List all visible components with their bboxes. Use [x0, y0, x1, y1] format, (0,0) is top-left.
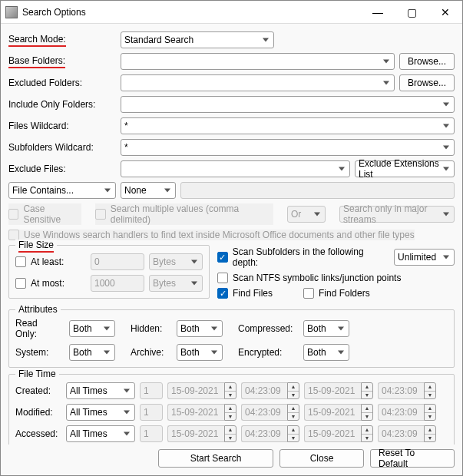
scan-subfolders-check[interactable]: Scan Subfolders in the following depth: — [217, 246, 389, 268]
modified-date2[interactable]: 15-09-2021 — [304, 404, 361, 421]
maximize-button[interactable]: ▢ — [395, 2, 428, 23]
base-folders-combo[interactable] — [121, 53, 395, 70]
spin-icon[interactable]: ▲▼ — [361, 425, 373, 442]
created-time2[interactable]: 04:23:09 — [378, 382, 424, 399]
at-most-unit[interactable]: Bytes — [149, 275, 203, 292]
spin-icon[interactable]: ▲▼ — [287, 425, 299, 442]
compressed-label: Compressed: — [238, 323, 296, 334]
at-least-input[interactable]: 0 — [91, 253, 144, 270]
browse-base-button[interactable]: Browse... — [399, 53, 455, 70]
exclude-files-combo[interactable] — [121, 160, 350, 177]
excluded-folders-label: Excluded Folders: — [8, 78, 116, 88]
find-files-check[interactable]: Find Files — [217, 288, 273, 299]
spin-icon[interactable]: ▲▼ — [361, 404, 373, 421]
minimize-button[interactable]: — — [361, 2, 395, 23]
win-search-check[interactable]: Use Windows search handlers to find text… — [8, 230, 415, 240]
readonly-label: Read Only: — [15, 318, 61, 339]
scan-ntfs-check[interactable]: Scan NTFS symbolic links/junction points — [217, 273, 401, 283]
encrypted-label: Encrypted: — [238, 347, 296, 358]
spin-icon[interactable]: ▲▼ — [287, 404, 299, 421]
base-folders-label: Base Folders: — [8, 55, 65, 68]
reset-button[interactable]: Reset To Default — [370, 449, 455, 468]
accessed-time2[interactable]: 04:23:09 — [378, 425, 424, 442]
archive-label: Archive: — [131, 347, 169, 358]
multi-values-check[interactable]: Search multiple values (comma delimited) — [95, 203, 273, 225]
archive-select[interactable]: Both — [177, 344, 223, 361]
subfolders-wildcard-combo[interactable]: * — [121, 139, 455, 156]
case-sensitive-check[interactable]: Case Sensitive — [8, 203, 81, 225]
search-mode-label: Search Mode: — [8, 34, 66, 47]
files-wildcard-label: Files Wildcard: — [8, 121, 116, 131]
created-label: Created: — [15, 385, 61, 396]
created-num[interactable]: 1 — [140, 382, 163, 399]
spin-icon[interactable]: ▲▼ — [224, 425, 236, 442]
modified-num[interactable]: 1 — [140, 404, 163, 421]
at-least-unit[interactable]: Bytes — [149, 253, 203, 270]
accessed-date1[interactable]: 15-09-2021 — [167, 425, 224, 442]
spin-icon[interactable]: ▲▼ — [224, 382, 236, 399]
accessed-mode[interactable]: All Times — [66, 425, 135, 442]
accessed-date2[interactable]: 15-09-2021 — [304, 425, 361, 442]
spin-icon[interactable]: ▲▼ — [424, 425, 436, 442]
spin-icon[interactable]: ▲▼ — [424, 404, 436, 421]
spin-icon[interactable]: ▲▼ — [224, 404, 236, 421]
filetime-legend: File Time — [15, 369, 59, 379]
system-label: System: — [15, 347, 61, 358]
include-only-label: Include Only Folders: — [8, 99, 116, 110]
window-title: Search Options — [22, 7, 361, 18]
exclude-ext-select[interactable]: Exclude Extensions List — [355, 160, 455, 177]
spin-icon[interactable]: ▲▼ — [287, 382, 299, 399]
files-wildcard-combo[interactable]: * — [121, 117, 455, 134]
attributes-legend: Attributes — [15, 304, 61, 315]
app-icon — [5, 6, 18, 18]
created-mode[interactable]: All Times — [66, 382, 135, 399]
exclude-files-label: Exclude Files: — [8, 164, 116, 174]
readonly-select[interactable]: Both — [69, 320, 115, 337]
created-date2[interactable]: 15-09-2021 — [304, 382, 361, 399]
encrypted-select[interactable]: Both — [303, 344, 349, 361]
file-contains-select[interactable]: File Contains... — [8, 182, 116, 199]
include-only-combo[interactable] — [121, 96, 455, 113]
browse-excluded-button[interactable]: Browse... — [399, 74, 455, 91]
created-time1[interactable]: 04:23:09 — [241, 382, 287, 399]
close-button[interactable]: Close — [279, 449, 364, 468]
file-size-legend: File Size — [18, 240, 54, 253]
system-select[interactable]: Both — [69, 344, 115, 361]
start-search-button[interactable]: Start Search — [158, 449, 273, 468]
accessed-label: Accessed: — [15, 428, 61, 439]
search-mode-select[interactable]: Standard Search — [121, 31, 274, 48]
file-contains-text[interactable] — [180, 182, 455, 199]
created-date1[interactable]: 15-09-2021 — [167, 382, 224, 399]
modified-date1[interactable]: 15-09-2021 — [167, 404, 224, 421]
accessed-time1[interactable]: 04:23:09 — [241, 425, 287, 442]
modified-time1[interactable]: 04:23:09 — [241, 404, 287, 421]
titlebar: Search Options — ▢ ✕ — [1, 1, 462, 24]
modified-label: Modified: — [15, 407, 61, 418]
modified-time2[interactable]: 04:23:09 — [378, 404, 424, 421]
encoding-select[interactable]: None — [121, 182, 176, 199]
or-select[interactable]: Or — [287, 206, 326, 223]
modified-mode[interactable]: All Times — [66, 404, 135, 421]
subfolders-wildcard-label: Subfolders Wildcard: — [8, 142, 116, 153]
spin-icon[interactable]: ▲▼ — [424, 382, 436, 399]
at-most-input[interactable]: 1000 — [91, 275, 144, 292]
find-folders-check[interactable]: Find Folders — [303, 288, 370, 299]
close-window-button[interactable]: ✕ — [428, 2, 462, 23]
spin-icon[interactable]: ▲▼ — [361, 382, 373, 399]
at-least-check[interactable]: At least: — [15, 256, 64, 267]
accessed-num[interactable]: 1 — [140, 425, 163, 442]
at-most-check[interactable]: At most: — [15, 278, 64, 289]
hidden-label: Hidden: — [131, 323, 169, 334]
major-streams-select[interactable]: Search only in major streams — [339, 206, 455, 223]
hidden-select[interactable]: Both — [177, 320, 223, 337]
depth-select[interactable]: Unlimited — [394, 249, 455, 266]
excluded-folders-combo[interactable] — [121, 74, 395, 91]
compressed-select[interactable]: Both — [303, 320, 349, 337]
